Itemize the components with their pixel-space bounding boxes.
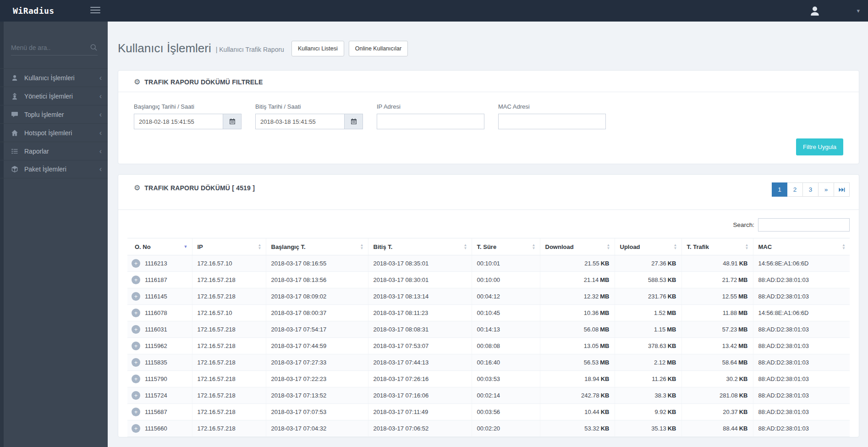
sidebar-item[interactable]: Toplu İşlemler ‹ [0, 105, 108, 123]
order-no: 1115962 [145, 342, 167, 349]
start-time-cell: 2018-03-17 08:13:56 [266, 272, 368, 288]
expand-row-button[interactable]: + [132, 424, 140, 433]
column-header[interactable]: T. Trafik▲▼ [681, 238, 753, 255]
table-search-input[interactable] [758, 218, 850, 232]
sidebar-item[interactable]: Raporlar ‹ [0, 142, 108, 160]
comment-icon [11, 111, 18, 118]
column-header[interactable]: T. Süre▲▼ [472, 238, 540, 255]
expand-row-button[interactable]: + [132, 375, 140, 383]
traffic-cell: 13.42MB [681, 338, 753, 354]
mac-cell: 88:AD:D2:38:01:03 [753, 321, 850, 338]
pagination-button[interactable]: » [819, 182, 834, 197]
download-cell: 13.05MB [540, 338, 615, 354]
end-calendar-button[interactable] [345, 114, 363, 129]
end-time-cell: 2018-03-17 07:53:07 [368, 338, 472, 354]
sort-both-icon: ▲▼ [532, 244, 536, 250]
sort-both-icon: ▲▼ [745, 244, 749, 250]
ip-label: IP Adresi [377, 103, 484, 110]
upload-cell: 2.12MB [615, 354, 681, 371]
mac-cell: 14:56:8E:A1:06:6D [753, 305, 850, 321]
hamburger-menu-button[interactable] [90, 7, 100, 14]
mac-input[interactable] [498, 114, 606, 129]
user-icon [11, 74, 18, 82]
start-time-cell: 2018-03-17 07:07:53 [266, 404, 368, 420]
end-date-input[interactable] [255, 114, 345, 129]
ip-cell: 172.16.57.218 [192, 338, 266, 354]
expand-row-button[interactable]: + [132, 358, 140, 367]
apply-filter-button[interactable]: Filtre Uygula [796, 138, 843, 155]
ip-cell: 172.16.57.218 [192, 387, 266, 404]
sidebar-item[interactable]: Hotspot İşlemleri ‹ [0, 123, 108, 142]
download-cell: 12.32MB [540, 288, 615, 305]
end-time-cell: 2018-03-17 08:35:01 [368, 255, 472, 272]
sidebar-item[interactable]: Paket İşlemleri ‹ [0, 160, 108, 178]
user-menu-button[interactable] [809, 5, 821, 17]
traffic-cell: 11.88MB [681, 305, 753, 321]
upload-cell: 588.53KB [615, 272, 681, 288]
column-header[interactable]: O. No▼ [127, 238, 192, 255]
gear-icon: ⚙ [134, 78, 140, 86]
traffic-cell: 30.2KB [681, 371, 753, 387]
expand-row-button[interactable]: + [132, 292, 140, 301]
order-no: 1115660 [145, 425, 167, 432]
chevron-left-icon: ‹ [99, 166, 102, 173]
sidebar-item[interactable]: Yönetici İşlemleri ‹ [0, 87, 108, 105]
column-header[interactable]: Bitiş T.▲▼ [368, 238, 472, 255]
sort-both-icon: ▲▼ [258, 244, 262, 250]
expand-row-button[interactable]: + [132, 259, 140, 268]
traffic-cell: 88.44KB [681, 420, 753, 437]
pagination-button[interactable]: 1 [772, 182, 787, 197]
expand-row-button[interactable]: + [132, 325, 140, 334]
traffic-cell: 48.91KB [681, 255, 753, 272]
column-header[interactable]: Upload▲▼ [615, 238, 681, 255]
online-users-button[interactable]: Online Kullanıcılar [349, 41, 408, 56]
ip-input[interactable] [377, 114, 484, 129]
main-content: Kullanıcı İşlemleri | Kullanıcı Trafik R… [108, 22, 868, 447]
pagination-button[interactable]: 3 [803, 182, 819, 197]
mac-cell: 88:AD:D2:38:01:03 [753, 354, 850, 371]
end-time-cell: 2018-03-17 08:30:01 [368, 272, 472, 288]
start-calendar-button[interactable] [223, 114, 242, 129]
column-header[interactable]: MAC▲▼ [753, 238, 850, 255]
filter-panel-title: TRAFIK RAPORU DÖKÜMÜ FILTRELE [144, 78, 263, 86]
order-no: 1115835 [145, 359, 167, 366]
pagination-last-button[interactable] [834, 182, 850, 197]
expand-row-button[interactable]: + [132, 391, 140, 400]
start-date-input[interactable] [134, 114, 223, 129]
column-header[interactable]: IP▲▼ [192, 238, 266, 255]
table-row: +1115724 172.16.57.218 2018-03-17 07:13:… [127, 387, 850, 404]
column-header[interactable]: Başlangıç T.▲▼ [266, 238, 368, 255]
list-icon [11, 148, 18, 155]
duration-cell: 00:10:45 [472, 305, 540, 321]
expand-row-button[interactable]: + [132, 309, 140, 317]
ip-cell: 172.16.57.218 [192, 371, 266, 387]
sidebar-item[interactable]: Kullanıcı İşlemleri ‹ [0, 68, 108, 87]
order-no: 1116187 [145, 276, 167, 283]
traffic-cell: 21.72MB [681, 272, 753, 288]
ip-cell: 172.16.57.218 [192, 272, 266, 288]
start-time-cell: 2018-03-17 07:13:52 [266, 387, 368, 404]
duration-cell: 00:08:08 [472, 338, 540, 354]
mac-cell: 88:AD:D2:38:01:03 [753, 387, 850, 404]
order-no: 1115687 [145, 408, 167, 415]
pagination-button[interactable]: 2 [787, 182, 803, 197]
duration-cell: 00:04:12 [472, 288, 540, 305]
expand-row-button[interactable]: + [132, 342, 140, 350]
column-header[interactable]: Download▲▼ [540, 238, 615, 255]
duration-cell: 00:10:00 [472, 272, 540, 288]
mac-field: MAC Adresi [498, 103, 606, 129]
start-time-cell: 2018-03-17 08:09:02 [266, 288, 368, 305]
sidebar: Kullanıcı İşlemleri ‹ Yönetici İşlemleri… [0, 22, 108, 447]
expand-row-button[interactable]: + [132, 408, 140, 416]
end-time-cell: 2018-03-17 08:08:31 [368, 321, 472, 338]
expand-row-button[interactable]: + [132, 276, 140, 284]
user-list-button[interactable]: Kullanıcı Listesi [291, 41, 344, 56]
sidebar-search-input[interactable] [11, 44, 89, 51]
end-date-label: Bitiş Tarihi / Saati [255, 103, 363, 110]
start-time-cell: 2018-03-17 07:04:32 [266, 420, 368, 437]
chevron-down-icon[interactable]: ▾ [857, 7, 860, 14]
upload-cell: 231.76KB [615, 288, 681, 305]
report-panel-header: ⚙ TRAFIK RAPORU DÖKÜMÜ [ 4519 ] [134, 184, 255, 192]
mac-cell: 88:AD:D2:38:01:03 [753, 404, 850, 420]
download-cell: 53.32KB [540, 420, 615, 437]
